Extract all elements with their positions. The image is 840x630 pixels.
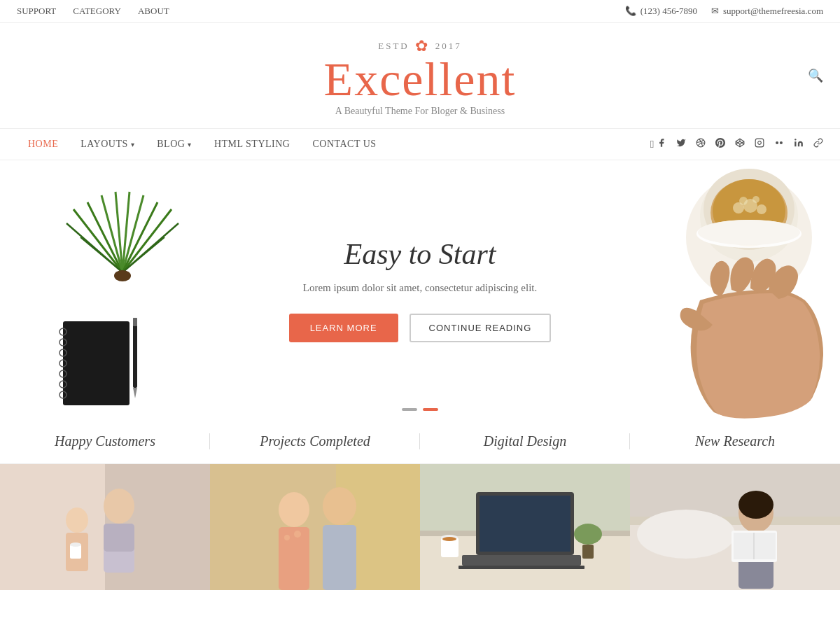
svg-line-20	[122, 237, 164, 272]
hero-description: Lorem ipsum dolor sit amet, consectetur …	[289, 282, 552, 294]
nav-html-styling[interactable]: HTML STYLING	[203, 129, 302, 160]
top-nav: SUPPORT CATEGORY ABOUT	[17, 6, 169, 17]
dribbble-icon[interactable]	[696, 138, 706, 150]
svg-marker-31	[133, 388, 137, 398]
main-nav-items: HOME LAYOUTS ▾ BLOG ▾ HTML STYLING CONTA…	[17, 129, 388, 160]
nav-about[interactable]: ABOUT	[138, 6, 169, 17]
svg-point-87	[738, 491, 774, 519]
linkedin-icon[interactable]	[794, 138, 804, 150]
stat-new-research: New Research	[630, 433, 840, 449]
photo-reading	[630, 464, 840, 590]
svg-rect-32	[133, 318, 137, 326]
flickr-icon[interactable]	[774, 138, 784, 150]
stat-projects-completed: Projects Completed	[210, 433, 420, 449]
hero-buttons: LEARN MORE CONTINUE READING	[289, 314, 552, 342]
svg-rect-85	[734, 533, 776, 559]
photo-couple	[210, 464, 420, 590]
photo-laptop	[420, 464, 630, 590]
contact-info: 📞 (123) 456-7890 ✉ support@themefreesia.…	[625, 6, 823, 17]
photo-grid	[0, 464, 840, 590]
hero-center: Easy to Start Lorem ipsum dolor sit amet…	[275, 237, 566, 342]
chevron-down-icon: ▾	[188, 141, 192, 148]
social-icons: 	[650, 138, 823, 150]
logo-rest: xcellent	[354, 52, 516, 106]
logo-area: ESTD ✿ 2017 Excellent A Beautyful Theme …	[0, 23, 840, 128]
svg-point-49	[104, 489, 134, 524]
photo-mother-child	[0, 464, 210, 590]
nav-support[interactable]: SUPPORT	[17, 6, 56, 17]
svg-point-52	[66, 507, 88, 533]
hero-left-decorations	[0, 160, 224, 419]
nav-category[interactable]: CATEGORY	[73, 6, 121, 17]
email-icon: ✉	[711, 6, 719, 17]
nav-layouts[interactable]: LAYOUTS ▾	[69, 129, 146, 160]
chevron-down-icon: ▾	[131, 141, 135, 148]
svg-point-7	[780, 141, 783, 144]
learn-more-button[interactable]: LEARN MORE	[289, 314, 398, 342]
svg-line-9	[74, 209, 122, 272]
continue-reading-button[interactable]: CONTINUE READING	[410, 314, 552, 342]
pinterest-icon[interactable]	[715, 138, 725, 150]
svg-point-81	[637, 510, 735, 559]
svg-point-21	[114, 270, 131, 281]
logo-title[interactable]: Excellent	[324, 55, 517, 103]
hero-title: Easy to Start	[289, 237, 552, 271]
svg-point-77	[442, 537, 456, 541]
phone-info: 📞 (123) 456-7890	[625, 6, 697, 17]
svg-point-40	[757, 204, 766, 214]
svg-line-16	[122, 209, 172, 272]
search-icon[interactable]: 🔍	[808, 68, 823, 83]
email-address: support@themefreesia.com	[723, 6, 823, 17]
svg-point-6	[776, 141, 778, 144]
notebook-decoration	[42, 314, 154, 412]
svg-point-63	[323, 487, 356, 525]
plant-decoration	[63, 174, 182, 300]
phone-icon: 📞	[625, 6, 636, 17]
nav-blog[interactable]: BLOG ▾	[146, 129, 203, 160]
hero-slider: Easy to Start Lorem ipsum dolor sit amet…	[0, 160, 840, 419]
twitter-icon[interactable]	[676, 138, 686, 150]
svg-rect-4	[755, 139, 764, 147]
estd-year: 2017	[435, 41, 462, 52]
svg-rect-60	[279, 527, 309, 590]
main-nav: HOME LAYOUTS ▾ BLOG ▾ HTML STYLING CONTA…	[0, 128, 840, 160]
svg-rect-71	[462, 555, 581, 566]
top-bar: SUPPORT CATEGORY ABOUT 📞 (123) 456-7890 …	[0, 0, 840, 23]
svg-rect-51	[104, 524, 134, 552]
logo-tagline: A Beautyful Theme For Bloger & Business	[335, 106, 505, 117]
slider-dots	[402, 408, 438, 411]
instagram-icon[interactable]	[755, 138, 764, 150]
slider-dot-1[interactable]	[402, 408, 417, 411]
codepen-icon[interactable]	[735, 138, 745, 150]
stats-bar: Happy Customers Projects Completed Digit…	[0, 419, 840, 464]
hero-right-decoration	[658, 160, 840, 419]
nav-contact-us[interactable]: CONTACT US	[301, 129, 387, 160]
svg-rect-70	[479, 496, 570, 552]
logo-e: E	[324, 52, 355, 106]
svg-point-42	[752, 196, 760, 203]
svg-line-19	[80, 237, 122, 272]
svg-point-62	[294, 531, 301, 538]
svg-point-55	[70, 542, 81, 547]
svg-rect-72	[458, 566, 584, 569]
svg-point-41	[739, 197, 748, 205]
facebook-icon[interactable]: 	[650, 138, 666, 150]
svg-rect-74	[582, 545, 594, 559]
email-info: ✉ support@themefreesia.com	[711, 6, 823, 17]
svg-point-59	[279, 492, 309, 527]
svg-point-44	[698, 220, 800, 245]
estd-prefix: ESTD	[378, 41, 410, 52]
svg-rect-30	[133, 318, 137, 388]
svg-rect-22	[63, 321, 130, 405]
stat-digital-design: Digital Design	[420, 433, 630, 449]
nav-home[interactable]: HOME	[17, 129, 69, 160]
svg-point-8	[794, 139, 796, 140]
link-icon[interactable]	[813, 138, 823, 150]
slider-dot-2[interactable]	[423, 408, 438, 411]
phone-number: (123) 456-7890	[640, 6, 697, 17]
svg-point-61	[284, 535, 290, 540]
stat-happy-customers: Happy Customers	[0, 433, 210, 449]
svg-rect-64	[323, 525, 356, 590]
svg-point-73	[574, 524, 602, 545]
